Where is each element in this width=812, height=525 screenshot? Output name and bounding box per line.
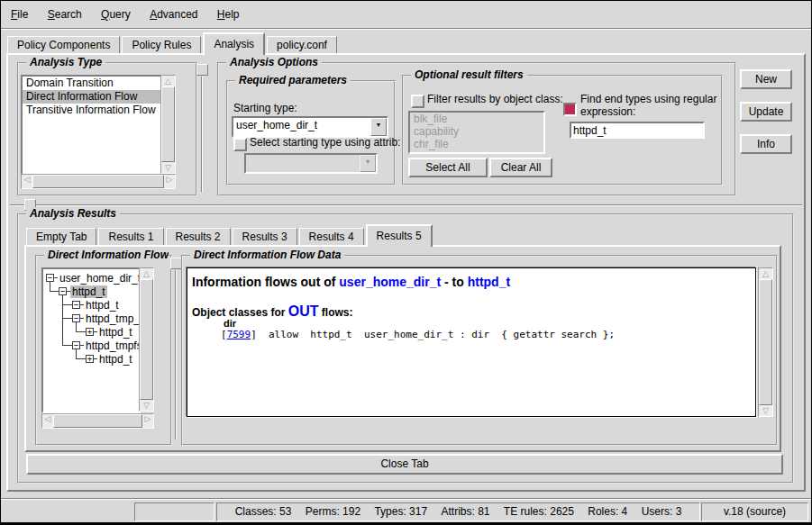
tab-results-4[interactable]: Results 4 (299, 228, 364, 245)
scroll-left-icon[interactable]: ◁ (22, 175, 32, 188)
clear-all-button[interactable]: Clear All (489, 158, 552, 177)
tree-collapse-icon[interactable]: − (72, 341, 80, 349)
scroll-up-icon[interactable]: △ (140, 268, 153, 279)
analysis-page: Analysis Type Domain Transition Direct I… (6, 53, 806, 492)
scroll-right-icon[interactable]: ▷ (142, 414, 153, 428)
flow-tree[interactable]: −user_home_dir_t −httpd_t −httpd_t −http… (41, 267, 141, 413)
regex-checkbox[interactable] (563, 103, 577, 116)
required-parameters-title: Required parameters (235, 74, 351, 86)
select-all-button[interactable]: Select All (408, 158, 488, 177)
scroll-up-icon[interactable]: △ (759, 268, 772, 279)
analysis-type-vscrollbar[interactable]: △ ▽ (160, 75, 176, 174)
attrib-checkbox[interactable] (233, 138, 247, 151)
scroll-up-icon[interactable]: △ (161, 76, 175, 86)
tree-collapse-icon[interactable]: − (72, 301, 80, 309)
tree-node-label[interactable]: httpd_tmp_t (84, 312, 141, 325)
analysis-results-title: Analysis Results (26, 207, 120, 220)
menu-file[interactable]: File (11, 1, 28, 28)
attrib-combobox[interactable]: ▼ (244, 153, 378, 174)
object-class-item: blk_file (410, 113, 543, 125)
scroll-down-icon[interactable]: ▽ (161, 162, 175, 173)
tree-node[interactable]: −httpd_tmpfs_t (72, 339, 141, 352)
analysis-results-panel: Analysis Results Empty Tab Results 1 Res… (17, 213, 794, 484)
tree-node-label[interactable]: httpd_t (84, 299, 121, 312)
scroll-left-icon[interactable]: ◁ (42, 414, 53, 428)
tree-collapse-icon[interactable]: − (72, 314, 80, 322)
tree-node-label-selected[interactable]: httpd_t (70, 285, 107, 298)
analysis-type-hscrollbar[interactable]: ◁ ▷ (21, 174, 176, 189)
starting-type-value: user_home_dir_t (233, 118, 370, 136)
source-type: user_home_dir_t (339, 275, 441, 289)
policy-version: v.18 (source) (724, 505, 786, 518)
horizontal-sash[interactable] (10, 204, 802, 206)
tab-policy-rules[interactable]: Policy Rules (122, 36, 201, 53)
list-item-domain-transition[interactable]: Domain Transition (23, 77, 161, 90)
rule-number-link[interactable]: 7599 (227, 329, 251, 340)
flow-tree-panel: Direct Information Flow T (35, 255, 172, 446)
tree-node[interactable]: −httpd_t (72, 298, 121, 312)
tree-node-label[interactable]: user_home_dir_t (58, 272, 141, 285)
scroll-down-icon[interactable]: ▽ (140, 400, 153, 411)
tree-node[interactable]: +httpd_t (86, 325, 134, 339)
analysis-options-title: Analysis Options (226, 56, 322, 68)
stat-te-rules: TE rules: 2625 (504, 505, 574, 518)
tree-node[interactable]: −httpd_tmp_t (72, 312, 141, 325)
flow-tree-hscrollbar[interactable]: ◁ ▷ (41, 413, 154, 429)
tree-node-label[interactable]: httpd_tmpfs_t (84, 339, 141, 352)
analysis-type-title: Analysis Type (26, 56, 105, 68)
scrollbar-thumb[interactable] (53, 414, 142, 428)
vertical-sash[interactable] (175, 270, 177, 439)
tree-node[interactable]: −httpd_t (59, 285, 107, 298)
dropdown-arrow-icon[interactable]: ▼ (370, 118, 387, 136)
sash-handle[interactable] (196, 64, 208, 76)
update-button[interactable]: Update (740, 102, 792, 122)
new-button[interactable]: New (740, 69, 792, 89)
info-button[interactable]: Info (740, 134, 792, 154)
scrollbar-thumb[interactable] (140, 279, 153, 400)
optional-filters-panel: Optional result filters Filter results b… (402, 75, 723, 186)
scrollbar-thumb[interactable] (161, 86, 175, 162)
analysis-type-listbox[interactable]: Domain Transition Direct Information Flo… (21, 75, 163, 176)
object-class-name: dir (224, 318, 236, 329)
tree-connector (62, 295, 63, 345)
tree-node[interactable]: +httpd_t (86, 352, 134, 366)
status-segment-version: v.18 (source) (701, 502, 808, 521)
list-item-direct-information-flow[interactable]: Direct Information Flow (23, 90, 161, 104)
tree-node[interactable]: −user_home_dir_t (46, 271, 141, 285)
tab-results-3[interactable]: Results 3 (233, 228, 297, 245)
tab-policy-conf[interactable]: policy.conf (267, 36, 337, 53)
scrollbar-thumb[interactable] (32, 175, 164, 188)
regex-checkbox-label-line2: expression: (580, 105, 635, 118)
vertical-sash[interactable] (201, 77, 203, 192)
filter-object-class-checkbox[interactable] (411, 95, 424, 108)
flow-tree-vscrollbar[interactable]: △ ▽ (139, 267, 154, 412)
flow-data-text[interactable]: Information flows out of user_home_dir_t… (187, 267, 756, 417)
tab-policy-components[interactable]: Policy Components (7, 36, 120, 53)
tab-empty-tab[interactable]: Empty Tab (26, 228, 96, 245)
menu-search[interactable]: Search (48, 1, 82, 28)
main-tab-bar: Policy Components Policy Rules Analysis … (7, 32, 339, 55)
menu-query[interactable]: Query (101, 1, 131, 28)
menu-advanced[interactable]: Advanced (150, 1, 197, 28)
scroll-right-icon[interactable]: ▷ (164, 175, 175, 188)
tab-analysis[interactable]: Analysis (203, 32, 265, 55)
tab-results-5[interactable]: Results 5 (366, 224, 433, 247)
starting-type-combobox[interactable]: user_home_dir_t ▼ (232, 116, 388, 138)
stat-roles: Roles: 4 (588, 505, 627, 518)
scroll-down-icon[interactable]: ▽ (759, 405, 772, 416)
tree-collapse-icon[interactable]: − (46, 274, 54, 282)
menu-help[interactable]: Help (217, 1, 240, 28)
tab-results-2[interactable]: Results 2 (166, 228, 231, 245)
tree-collapse-icon[interactable]: − (59, 287, 67, 295)
flow-data-vscrollbar[interactable]: △ ▽ (758, 267, 773, 417)
close-tab-button[interactable]: Close Tab (26, 454, 783, 475)
tab-results-1[interactable]: Results 1 (98, 228, 163, 245)
scrollbar-thumb[interactable] (759, 279, 772, 405)
regex-input[interactable] (570, 122, 705, 139)
list-item-transitive-information-flow[interactable]: Transitive Information Flow (23, 104, 161, 117)
object-class-listbox[interactable]: blk_file capability chr_file (408, 111, 545, 154)
tree-node-label[interactable]: httpd_t (97, 326, 134, 339)
tree-expand-icon[interactable]: + (86, 355, 94, 363)
tree-node-label[interactable]: httpd_t (97, 353, 134, 366)
tree-expand-icon[interactable]: + (86, 328, 94, 336)
